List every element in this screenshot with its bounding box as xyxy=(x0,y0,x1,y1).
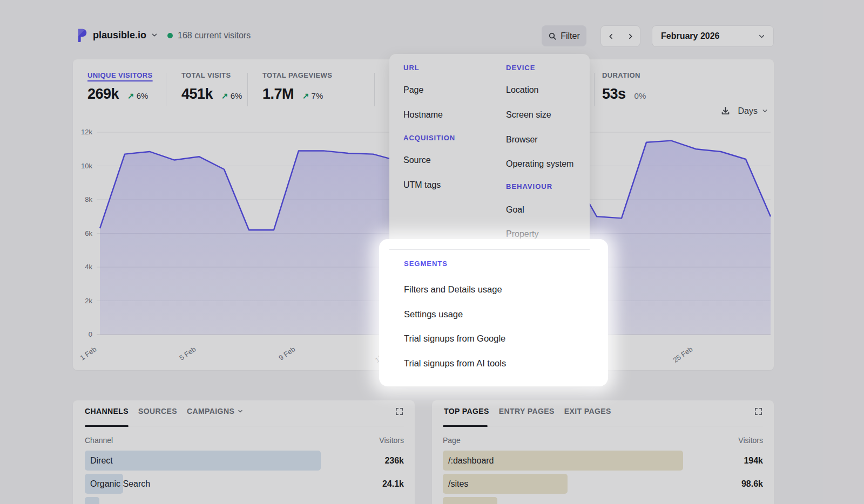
segments-spotlight: SEGMENTS Filters and Details usage Setti… xyxy=(379,239,608,386)
segment-item-trial-signups-from-google[interactable]: Trial signups from Google xyxy=(404,333,505,345)
segment-item-filters-and-details-usage[interactable]: Filters and Details usage xyxy=(404,284,502,296)
segment-item-trial-signups-from-ai-tools[interactable]: Trial signups from AI tools xyxy=(404,358,506,370)
segments-title: SEGMENTS xyxy=(404,260,448,268)
segment-item-settings-usage[interactable]: Settings usage xyxy=(404,309,463,321)
plausible-dashboard: plausible.io 168 current visitors Filter… xyxy=(0,0,864,504)
divider xyxy=(389,249,590,250)
